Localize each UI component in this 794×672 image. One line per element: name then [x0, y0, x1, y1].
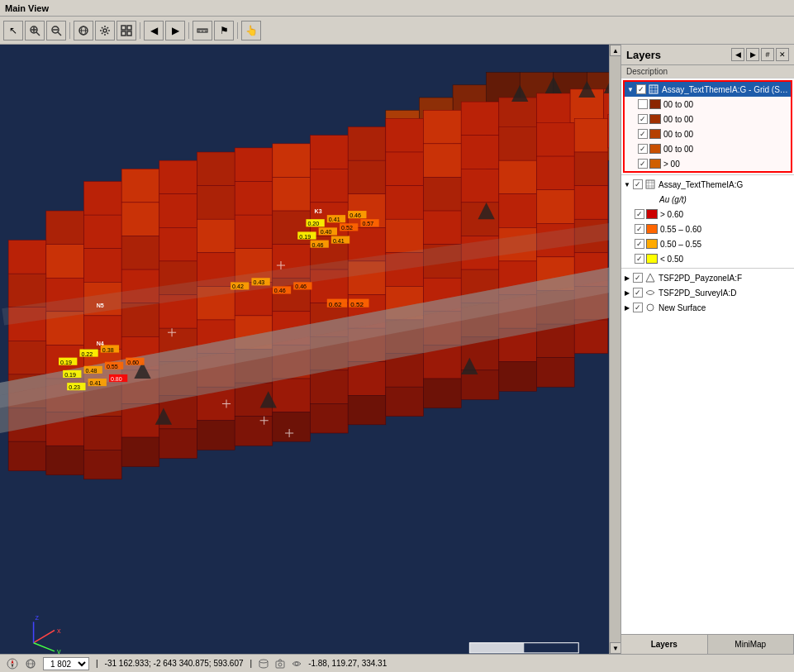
layers-title: Layers: [626, 49, 661, 61]
svg-rect-42: [159, 160, 197, 194]
survey-label: TSF2PD_SurveyIA:D: [658, 288, 792, 298]
layer-row-assay-theme[interactable]: ▼ Assay_TextThemeIA:G: [621, 177, 794, 192]
svg-rect-86: [574, 152, 608, 186]
layer-row-gt-060[interactable]: > 0.60: [633, 207, 794, 222]
svg-rect-106: [121, 303, 159, 337]
layers-pin-btn[interactable]: #: [761, 48, 774, 61]
layer-subrow-3[interactable]: 00 to 00: [636, 126, 791, 141]
svg-rect-65: [424, 144, 462, 178]
svg-rect-60: [235, 182, 273, 216]
svg-text:0.42: 0.42: [232, 284, 244, 290]
pointer-btn[interactable]: 👆: [241, 21, 261, 41]
svg-rect-100: [499, 194, 537, 228]
sublabel-5: > 00: [663, 160, 789, 169]
expand-arrow-payzone[interactable]: ▶: [623, 274, 631, 282]
checkbox-payzone[interactable]: [633, 273, 643, 283]
layer-row-survey[interactable]: ▶ TSF2PD_SurveyIA:D: [621, 285, 794, 300]
svg-text:0.60: 0.60: [127, 360, 139, 366]
status-id: 1 802: [43, 657, 89, 670]
layers-back-btn[interactable]: ◀: [731, 48, 744, 61]
tab-layers[interactable]: Layers: [621, 635, 708, 654]
checkbox-sub4[interactable]: [638, 144, 648, 154]
svg-text:0.41: 0.41: [329, 217, 340, 223]
checkbox-lt-050[interactable]: [635, 254, 644, 264]
svg-text:0.41: 0.41: [333, 238, 345, 245]
checkbox-sub1[interactable]: [638, 99, 648, 109]
svg-rect-175: [311, 403, 349, 433]
scroll-down-arrow[interactable]: ▼: [610, 642, 620, 654]
color-swatch-1: [649, 99, 661, 109]
svg-text:0.52: 0.52: [350, 301, 364, 308]
checkbox-gt-060[interactable]: [635, 209, 644, 219]
layer-row-055-060[interactable]: 0.55 – 0.60: [633, 222, 794, 236]
status-bar: 1 802 | -31 162.933; -2 643 340.875; 593…: [0, 654, 794, 672]
flag-btn[interactable]: ⚑: [214, 21, 234, 41]
layer-subrow-1[interactable]: 00 to 00: [636, 97, 791, 112]
expand-arrow-assay[interactable]: ▼: [623, 180, 631, 188]
svg-text:x: x: [57, 627, 61, 635]
viewport-scrollbar-right[interactable]: ▲ ▼: [609, 45, 620, 654]
viewport[interactable]: 0.19 0.22 0.38 0.19 0.48 0.55 0.60 0.23: [0, 45, 620, 654]
layer-row-new-surface[interactable]: ▶ New Surface: [621, 300, 794, 315]
svg-rect-81: [386, 186, 424, 220]
checkbox-055-060[interactable]: [635, 224, 644, 234]
status-id-dropdown[interactable]: 1 802: [43, 657, 89, 670]
layers-forward-btn[interactable]: ▶: [746, 48, 759, 61]
settings-btn[interactable]: [95, 21, 115, 41]
layer-subrow-4[interactable]: 00 to 00: [636, 141, 791, 156]
sep3: [188, 22, 189, 39]
layer-row-grid-smoothed[interactable]: ▼ ✓ Assay_TextThemeIA:G - Grid (Smoothed…: [625, 82, 791, 97]
svg-rect-177: [386, 387, 424, 417]
svg-rect-40: [83, 182, 121, 216]
expand-arrow-grid[interactable]: ▼: [626, 85, 635, 93]
arrow-right-btn[interactable]: ▶: [165, 21, 185, 41]
layer-subrow-2[interactable]: 00 to 00: [636, 112, 791, 126]
layer-row-050-055[interactable]: 0.50 – 0.55: [633, 236, 794, 251]
arrow-left-btn[interactable]: ◀: [144, 21, 164, 41]
status-camera-icon: [275, 659, 285, 669]
grid-btn[interactable]: [116, 21, 136, 41]
svg-rect-46: [311, 136, 349, 169]
zoom-out-btn[interactable]: [46, 21, 66, 41]
expand-arrow-surface[interactable]: ▶: [623, 303, 631, 312]
expand-arrow-survey[interactable]: ▶: [623, 288, 631, 297]
checkbox-surface[interactable]: [633, 303, 643, 312]
measure-btn[interactable]: [193, 21, 212, 41]
layer-subrow-5[interactable]: > 00: [636, 156, 791, 171]
checkbox-assay-theme[interactable]: [633, 179, 643, 189]
checkbox-sub3[interactable]: [638, 129, 648, 139]
svg-text:0.46: 0.46: [312, 242, 324, 249]
checkbox-survey[interactable]: [633, 288, 643, 298]
layers-close-btn[interactable]: ✕: [776, 48, 789, 61]
svg-text:0.57: 0.57: [362, 221, 373, 227]
checkbox-050-055[interactable]: [635, 239, 644, 249]
cursor-tool[interactable]: ↖: [3, 21, 23, 41]
svg-rect-178: [424, 379, 462, 408]
color-swatch-055-060: [646, 224, 658, 234]
svg-point-10: [103, 29, 107, 32]
svg-rect-56: [83, 215, 121, 249]
globe-btn[interactable]: [74, 21, 93, 41]
layers-tree[interactable]: ▼ ✓ Assay_TextThemeIA:G - Grid (Smoothed…: [621, 79, 794, 634]
svg-text:0.41: 0.41: [90, 380, 102, 387]
grid-smoothed-label: Assay_TextThemeIA:G - Grid (Smoothed I..…: [662, 85, 789, 94]
payzone-icon: [644, 272, 656, 284]
svg-rect-76: [197, 219, 235, 253]
checkbox-sub2[interactable]: [638, 114, 648, 124]
checkbox-grid[interactable]: ✓: [636, 84, 646, 94]
layer-row-lt-050[interactable]: < 0.50: [633, 251, 794, 266]
svg-rect-176: [348, 395, 386, 425]
layer-row-payzone[interactable]: ▶ TSF2PD_PayzoneIA:F: [621, 270, 794, 285]
zoom-in-btn[interactable]: [25, 21, 45, 41]
svg-text:0.43: 0.43: [253, 279, 264, 286]
checkbox-sub5[interactable]: [638, 159, 648, 169]
svg-rect-181: [537, 358, 575, 388]
title-bar: Main View: [0, 0, 794, 17]
svg-text:z: z: [36, 613, 40, 622]
tab-minimap[interactable]: MiniMap: [708, 635, 795, 654]
sublabel-4: 00 to 00: [663, 145, 789, 154]
svg-text:0.80: 0.80: [111, 376, 122, 383]
au-gt-header: Au (g/t): [633, 192, 794, 207]
scroll-up-arrow[interactable]: ▲: [610, 45, 620, 56]
svg-line-5: [58, 32, 61, 36]
